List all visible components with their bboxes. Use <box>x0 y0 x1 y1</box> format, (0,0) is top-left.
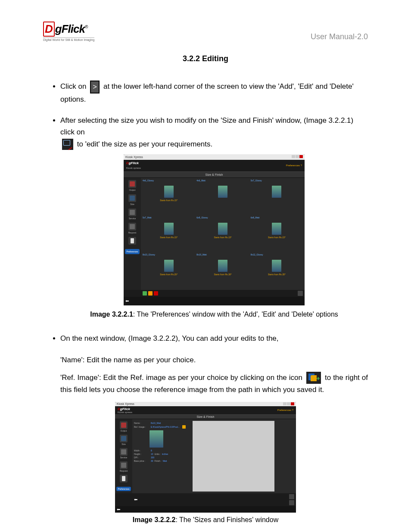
ss-brand-bar: DgFlick Kiosk xpress Preferences ? <box>124 160 305 171</box>
ss-preferences-link: Preferences ? <box>277 409 293 411</box>
section-title: 3.2.2 Editing <box>43 54 368 63</box>
ss-back-icon: ⬅ <box>125 298 129 305</box>
ss-sidebar-output: Output <box>117 421 130 432</box>
bullet-1: Click on > at the lower left-hand corner… <box>60 81 368 105</box>
logo-trademark: ® <box>85 25 87 29</box>
ss-sidebar-size: Size <box>126 194 139 206</box>
ss-footer: ⬅ <box>124 297 305 305</box>
ss-grid-cell: 8x10_MattStarts from Rs.30* <box>196 253 249 288</box>
expand-icon: > <box>90 81 100 93</box>
ss-sidebar-size: Size <box>117 435 130 445</box>
edit-icon <box>62 139 73 150</box>
ss-back-icon: ⬅ <box>134 497 137 502</box>
ss-brand: DgFlick Kiosk xpress <box>126 161 141 170</box>
ss-add-icon <box>143 291 147 296</box>
ss-titlebar: Kiosk Xpress <box>124 154 305 160</box>
header-row: DgFlick® Digital World for Still & Motio… <box>43 22 368 41</box>
ss-save-icon <box>289 500 294 505</box>
ss-grid-cell: 8x12_GlossyStarts from Rs.35* <box>251 253 303 288</box>
ss-grid-cell: 6x8_MattStarts from Rs.15* <box>251 216 303 251</box>
screenshot-preferences: Kiosk Xpress DgFlick Kiosk xpress Prefer… <box>124 154 305 305</box>
screenshot-sizes-finishes: Kiosk Xpress DgFlick Kiosk xpress Prefer… <box>115 402 296 513</box>
ss-sidebar: Output Size Service Request Preferences <box>124 178 141 290</box>
ss-sidebar-request: Request <box>117 461 130 472</box>
document-page: DgFlick® Digital World for Still & Motio… <box>0 0 411 532</box>
ss-ref-image-thumb <box>149 430 163 448</box>
ss-body: Output Size Service Request Preferences … <box>115 419 296 493</box>
bullet-list: Click on > at the lower left-hand corner… <box>43 81 368 345</box>
logo-letter: D <box>43 22 55 37</box>
ss-titlebar: Kiosk Xpress <box>115 402 296 406</box>
caption-1: Image 3.2.2.1: The 'Preferences' window … <box>60 309 368 320</box>
bullet-3: On the next window, (Image 3.2.2.2), You… <box>60 333 368 344</box>
ss-footer: ⬅ <box>115 506 296 513</box>
caption-2: Image 3.2.2.2: The 'Sizes and Finishes' … <box>43 516 368 524</box>
folder-browse-icon: ➜ <box>306 372 321 384</box>
ss-preferences-link: Preferences ? <box>286 164 302 168</box>
ss-toolbar: ⬅ <box>115 493 296 506</box>
ss-tool-buttons <box>143 291 158 296</box>
ss-grid-cell: 4x6_Matt <box>196 179 249 214</box>
ss-save-icon <box>289 494 294 499</box>
ss-sidebar: Output Size Service Request Preferences <box>115 419 132 493</box>
ss-right-spacer <box>277 421 294 492</box>
ss-edit-form: Name :8x10_Matt Ref. Image :E:/KioskXpre… <box>132 419 296 493</box>
ss-sidebar-output: Output <box>126 180 139 192</box>
ss-window-title: Kiosk Xpress <box>117 402 134 406</box>
page-header-label: User Manual-2.0 <box>311 32 368 41</box>
ss-main-grid: 4x6_GlossyStarts from Rs.15* 4x6_Matt 5x… <box>141 178 305 290</box>
ss-delete-icon <box>154 291 158 296</box>
ss-sidebar-preferences: Preferences <box>125 249 140 254</box>
ss-grid-cell: 4x6_GlossyStarts from Rs.15* <box>143 179 195 214</box>
ss-brand: DgFlick Kiosk xpress <box>118 407 132 414</box>
ss-preview-pane <box>193 421 274 492</box>
ss-grid: 4x6_GlossyStarts from Rs.15* 4x6_Matt 5x… <box>143 179 303 288</box>
para-name: 'Name': Edit the name as per your choice… <box>60 354 368 366</box>
ss-toolbar <box>124 290 305 297</box>
ss-sidebar-doc <box>117 475 130 483</box>
ss-window-buttons <box>283 402 294 406</box>
ss-grid-cell: 5x7_MattStarts from Rs.15* <box>143 216 195 251</box>
ss-sidebar-preferences: Preferences <box>116 487 131 491</box>
ss-sidebar-service: Service <box>126 208 139 220</box>
bullet-2: After selecting the size you wish to mod… <box>60 115 368 320</box>
ss-sidebar-request: Request <box>126 223 139 234</box>
ss-form-fields: Name :8x10_Matt Ref. Image :E:/KioskXpre… <box>134 421 190 492</box>
logo-text: gFlick <box>55 22 85 35</box>
para-ref-image: 'Ref. Image': Edit the Ref. image as per… <box>60 372 368 396</box>
ss-grid-cell: 6x8_GlossyStarts from Rs.15* <box>196 216 249 251</box>
ss-grid-cell: 8x10_GlossyStarts from Rs.25* <box>143 253 195 288</box>
brand-logo: DgFlick® Digital World for Still & Motio… <box>43 22 94 41</box>
ss-window-title: Kiosk Xpress <box>125 155 143 159</box>
logo-tagline: Digital World for Still & Motion Imaging <box>43 37 94 41</box>
ss-section-bar: Size & Finish <box>115 414 296 419</box>
ss-back-icon: ⬅ <box>117 507 120 512</box>
ss-brand-bar: DgFlick Kiosk xpress Preferences ? <box>115 406 296 414</box>
ss-edit-icon <box>148 291 153 296</box>
ss-save-icon <box>298 291 303 296</box>
ss-grid-cell: 5x7_Glossy <box>251 179 303 214</box>
ss-sidebar-service: Service <box>117 448 130 459</box>
ss-sidebar-doc <box>126 237 139 245</box>
ss-window-buttons <box>291 155 303 159</box>
ss-body: Output Size Service Request Preferences … <box>124 178 305 290</box>
browse-icon <box>182 425 186 429</box>
ss-section-bar: Size & Finish <box>124 171 305 178</box>
